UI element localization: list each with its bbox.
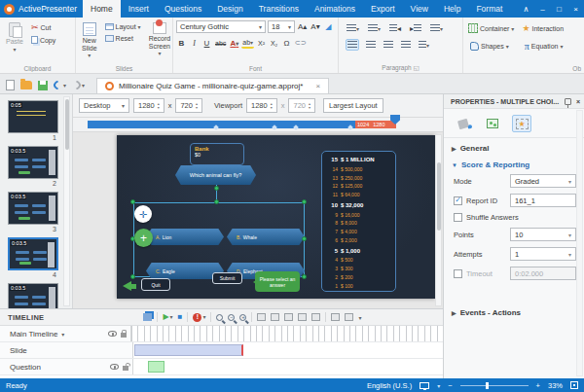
- ribbon-tab[interactable]: Animations: [307, 0, 363, 18]
- save-icon[interactable]: [38, 81, 48, 90]
- shapes-button[interactable]: Shapes▾: [468, 41, 511, 52]
- selection-handle[interactable]: [130, 199, 135, 204]
- canvas-vertical-scrollbar[interactable]: [435, 134, 442, 306]
- font-family-select[interactable]: Century Gothic ▾: [176, 20, 266, 33]
- document-tab[interactable]: Millionaire Quiz Game - millionaire-quiz…: [96, 78, 329, 93]
- ribbon-tab[interactable]: Questions: [157, 0, 209, 18]
- split-object-icon[interactable]: [311, 313, 320, 321]
- ribbon-tab[interactable]: Format: [468, 0, 510, 18]
- ribbon-tab[interactable]: View: [403, 0, 436, 18]
- report-id-checkbox[interactable]: [454, 196, 462, 205]
- selection-handle[interactable]: [214, 186, 219, 191]
- container-button[interactable]: Container▾: [466, 22, 516, 34]
- breakpoint-marker-icon[interactable]: [293, 125, 299, 130]
- canvas-scrollbar-thumb[interactable]: [437, 162, 441, 231]
- equation-button[interactable]: π Equation▾: [523, 40, 566, 53]
- money-ladder[interactable]: 15 $ 1 MILLION 14 $ 500,000 13 $ 250,000: [321, 151, 396, 292]
- record-screen-button[interactable]: Record Screen ▾: [146, 20, 174, 62]
- height-spinner-icon[interactable]: ▴▾: [196, 102, 198, 110]
- layout-button[interactable]: Layout ▾: [103, 22, 143, 31]
- paragraph-dialog-launcher-icon[interactable]: ◱: [414, 64, 420, 71]
- collapse-ribbon-icon[interactable]: ∧: [518, 3, 534, 16]
- subscript-button[interactable]: X₂: [269, 37, 279, 49]
- report-id-input[interactable]: 161_1: [510, 194, 576, 207]
- numbering-button[interactable]: ▾: [367, 22, 382, 34]
- selection-handle[interactable]: [302, 199, 307, 204]
- width-spinner-icon[interactable]: ▴▾: [158, 102, 160, 110]
- selection-handle[interactable]: [302, 274, 307, 279]
- highlight-color-button[interactable]: ab▾: [241, 37, 254, 49]
- question-track[interactable]: [133, 359, 443, 374]
- close-document-icon[interactable]: ×: [308, 82, 320, 90]
- close-panel-icon[interactable]: ×: [576, 98, 580, 105]
- move-selection-icon[interactable]: ✛: [134, 205, 152, 223]
- play-button[interactable]: ▶▾: [163, 312, 172, 322]
- thumbnail-scrollbar-thumb[interactable]: [65, 99, 69, 150]
- increase-indent-icon[interactable]: ▸: [409, 22, 422, 34]
- slide-stage[interactable]: Bank $0 Which animal can fly? A.Lion B.W…: [117, 135, 435, 299]
- new-document-icon[interactable]: [6, 80, 15, 90]
- record-narration-button[interactable]: !▾: [193, 312, 205, 322]
- largest-layout-button[interactable]: Largest Layout: [323, 98, 383, 113]
- slide-thumbnail[interactable]: 0:03.5: [8, 283, 60, 308]
- slide-thumbnail[interactable]: 0:05 1: [8, 100, 60, 141]
- align-center-button[interactable]: [365, 39, 377, 51]
- fit-to-window-icon[interactable]: [570, 381, 578, 389]
- viewport-height-stepper[interactable]: 720 ▴▾: [288, 98, 315, 113]
- responsive-range-bar[interactable]: [88, 121, 355, 128]
- zoom-fit-icon[interactable]: [216, 314, 223, 321]
- back-arrow-icon[interactable]: [123, 281, 131, 291]
- shrink-font-icon[interactable]: A▾: [310, 21, 320, 33]
- link-icon[interactable]: ⊂⊃: [294, 37, 308, 49]
- answer-option-b[interactable]: B.Whale: [227, 229, 305, 245]
- zoom-out-button[interactable]: −: [448, 381, 452, 390]
- question-visibility-icon[interactable]: [110, 364, 119, 370]
- zoom-in-button[interactable]: +: [536, 381, 540, 390]
- ribbon-tab[interactable]: Help: [436, 0, 468, 18]
- decrease-indent-icon[interactable]: ◂: [388, 22, 402, 34]
- question-shape[interactable]: Which animal can fly?: [175, 165, 256, 185]
- crop-range-icon[interactable]: [298, 313, 307, 321]
- breakpoint-marker-icon[interactable]: [272, 125, 277, 130]
- ribbon-tab[interactable]: Design: [209, 0, 250, 18]
- selection-handle[interactable]: [302, 236, 307, 241]
- font-color-button[interactable]: A▾: [229, 37, 239, 49]
- mode-select[interactable]: Graded ▾: [510, 174, 576, 188]
- justify-button[interactable]: [400, 39, 412, 51]
- clear-formatting-icon[interactable]: ◢: [323, 21, 334, 33]
- selection-handle[interactable]: [130, 274, 135, 279]
- align-left-button[interactable]: [346, 39, 359, 51]
- status-language[interactable]: English (U.S.): [367, 381, 412, 390]
- ribbon-tab[interactable]: Transitions: [251, 0, 307, 18]
- zoom-slider[interactable]: [460, 385, 529, 386]
- device-select[interactable]: Desktop ▾: [79, 98, 129, 113]
- bullets-button[interactable]: ▾: [346, 22, 360, 34]
- slide-track-label-cell[interactable]: Slide: [0, 342, 133, 358]
- answer-option-a[interactable]: A.Lion: [146, 229, 224, 245]
- copy-button[interactable]: Copy: [29, 35, 57, 45]
- ribbon-tab[interactable]: Export: [363, 0, 403, 18]
- freeze-frame-icon[interactable]: [331, 313, 340, 321]
- delete-time-icon[interactable]: [271, 313, 279, 321]
- zoom-slider-knob[interactable]: [486, 382, 489, 389]
- thumbnail-scrollbar[interactable]: [63, 96, 70, 306]
- zoom-out-icon[interactable]: −: [228, 314, 235, 321]
- add-answer-button[interactable]: +: [134, 229, 153, 247]
- style-effects-tab[interactable]: [454, 115, 473, 132]
- slide-thumbnail[interactable]: 0:03.5 3: [8, 192, 60, 232]
- zoom-in-icon[interactable]: +: [239, 314, 246, 321]
- preview-monitor-icon[interactable]: [420, 382, 429, 389]
- reset-button[interactable]: Reset: [103, 34, 143, 43]
- undo-button[interactable]: ▾: [54, 81, 66, 89]
- slide-thumbnail[interactable]: 0:03.5 2: [8, 146, 60, 187]
- stop-button[interactable]: ■: [178, 312, 183, 322]
- underline-button[interactable]: U: [201, 37, 212, 49]
- submit-button[interactable]: Submit: [212, 272, 242, 284]
- strikethrough-button[interactable]: abc: [214, 37, 227, 49]
- audio-tools-icon[interactable]: [345, 313, 353, 321]
- visibility-icon[interactable]: [108, 331, 117, 337]
- preview-dropdown-icon[interactable]: ▾: [437, 382, 440, 389]
- close-icon[interactable]: ×: [567, 3, 584, 16]
- redo-button[interactable]: ▾: [72, 81, 85, 89]
- symbol-button[interactable]: Ω: [281, 37, 292, 49]
